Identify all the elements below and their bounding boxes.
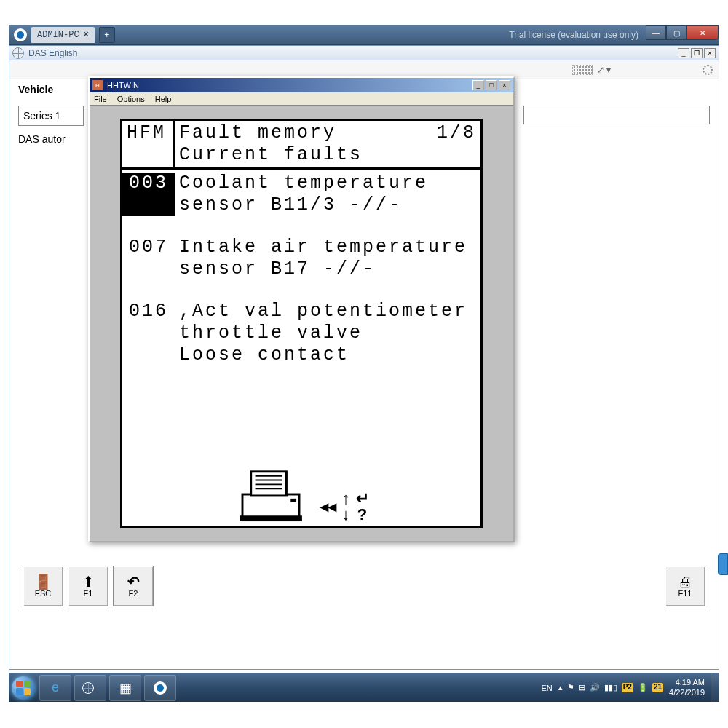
tab-close-icon[interactable]: × [84,30,89,40]
fault-row[interactable]: 007Intake air temperaturesensor B17 -//- [122,237,480,280]
lcd-page-indicator: 1/8 [437,122,476,144]
das-title: DAS English [28,48,77,58]
lcd-subtitle: Current faults [179,144,476,166]
menu-help[interactable]: Help [155,95,172,103]
lcd-footer: ◂◂ ↑ ↓ ↵ ? [122,457,480,523]
lcd-module-label: HFM [122,121,175,167]
tray-signal-icon[interactable]: ▮▮▯ [604,683,617,692]
expand-icon[interactable]: ⤢ ▾ [597,65,611,75]
das-main-window: DAS English _ ❐ × ⤢ ▾ Vehicle Series 1 t… [9,45,719,670]
tray-badge-1[interactable]: P2 [622,683,633,692]
teamviewer-icon [14,28,27,41]
mercedes-taskbar-button[interactable] [74,675,106,701]
rewind-icon[interactable]: ◂◂ [320,499,336,515]
tray-volume-icon[interactable]: 🔊 [590,683,600,692]
tray-battery-icon[interactable]: 🔋 [638,683,648,692]
fault-description: ,Act val potentiometerthrottle valveLoos… [175,301,480,366]
das-titlebar: DAS English _ ❐ × [9,46,719,60]
trial-license-text: Trial license (evaluation use only) [509,30,638,40]
ie-taskbar-button[interactable]: e [39,675,71,701]
browser-tab[interactable]: ADMIN-PC × [31,27,95,43]
fault-list: 003Coolant temperaturesensor B11/3 -//-0… [122,170,480,369]
fault-description: Intake air temperaturesensor B17 -//- [175,237,480,280]
up-arrow-icon[interactable]: ↑ [342,491,350,507]
vehicle-label: Vehicle [18,84,53,95]
show-desktop-button[interactable] [711,673,719,703]
fault-code: 003 [122,173,175,216]
hhtwin-window: H HHTWIN _ □ × File Options Help HFM Fau… [88,76,515,542]
lcd-header: HFM Fault memory 1/8 Current faults [122,121,480,170]
windows-taskbar: e ▦ EN ▴ ⚑ ⊞ 🔊 ▮▮▯ P2 🔋 21 4:19 AM 4/22/… [9,673,719,702]
taskbar-clock[interactable]: 4:19 AM 4/22/2019 [669,678,705,697]
inner-close-button[interactable]: × [704,48,716,58]
toolbar-grip-icon[interactable] [572,65,593,75]
side-panel-tab[interactable] [718,553,728,575]
enter-icon[interactable]: ↵ [356,491,369,507]
menu-options[interactable]: Options [117,95,145,103]
fault-code: 016 [122,301,175,366]
app-taskbar-button[interactable]: ▦ [109,675,141,701]
start-button[interactable] [9,673,38,703]
hhtwin-minimize-button[interactable]: _ [472,80,484,90]
series-dropdown[interactable]: Series 1 [18,106,84,126]
page-margin [0,702,728,728]
tray-arrow-icon[interactable]: ▴ [558,683,563,692]
language-indicator[interactable]: EN [541,684,552,692]
tray-network-icon[interactable]: ⊞ [579,683,585,692]
fault-description: Coolant temperaturesensor B11/3 -//- [175,173,480,216]
hhtwin-app-icon: H [92,80,103,90]
hhtwin-maximize-button[interactable]: □ [486,80,497,90]
tray-flag-icon[interactable]: ⚑ [567,683,574,692]
tab-label: ADMIN-PC [37,30,79,40]
exit-door-icon: 🚪 [34,574,52,589]
gear-icon[interactable] [703,65,713,75]
f11-button[interactable]: 🖨 F11 [665,566,705,606]
lcd-nav-icons: ◂◂ ↑ ↓ ↵ ? [320,491,369,523]
teamviewer-taskbar-button[interactable] [144,675,176,701]
fault-row[interactable]: 003Coolant temperaturesensor B11/3 -//- [122,173,480,216]
lcd-title: Fault memory [179,122,336,144]
mercedes-logo-icon [12,47,24,59]
fault-row[interactable]: 016,Act val potentiometerthrottle valveL… [122,301,480,366]
menu-file[interactable]: File [94,95,107,103]
f2-button[interactable]: ↶ F2 [113,566,154,606]
inner-minimize-button[interactable]: _ [678,48,689,58]
printer-icon: 🖨 [678,574,692,589]
printer-icon[interactable] [234,466,307,523]
window-controls: — ▢ ✕ [646,25,719,40]
teamviewer-titlebar: ADMIN-PC × + Trial license (evaluation u… [9,25,719,45]
minimize-button[interactable]: — [646,25,666,40]
inner-restore-button[interactable]: ❐ [691,48,703,58]
function-key-bar: 🚪 ESC ⬆ F1 ↶ F2 🖨 F11 [18,564,710,611]
das-autor-text: DAS autor [18,133,66,145]
up-arrow-icon: ⬆ [82,574,95,589]
close-button[interactable]: ✕ [687,25,719,40]
new-tab-button[interactable]: + [99,27,115,43]
hhtwin-body: HFM Fault memory 1/8 Current faults 003C… [90,106,513,541]
down-arrow-icon[interactable]: ↓ [342,507,350,523]
system-tray: EN ▴ ⚑ ⊞ 🔊 ▮▮▯ P2 🔋 21 4:19 AM 4/22/2019 [541,678,711,697]
diagnostic-lcd-screen: HFM Fault memory 1/8 Current faults 003C… [120,119,483,528]
hhtwin-title-text: HHTWIN [107,81,139,90]
svg-rect-6 [240,515,302,521]
search-field[interactable] [523,106,710,124]
hhtwin-menubar: File Options Help [90,92,513,106]
undo-icon: ↶ [127,574,140,589]
fault-code: 007 [122,237,175,280]
maximize-button[interactable]: ▢ [666,25,687,40]
svg-rect-7 [290,499,296,502]
hhtwin-titlebar[interactable]: H HHTWIN _ □ × [90,78,513,92]
f1-button[interactable]: ⬆ F1 [68,566,108,606]
esc-button[interactable]: 🚪 ESC [23,566,63,606]
svg-rect-0 [242,494,299,518]
help-icon[interactable]: ? [357,507,367,523]
hhtwin-close-button[interactable]: × [499,80,510,90]
tray-badge-2[interactable]: 21 [652,683,663,692]
